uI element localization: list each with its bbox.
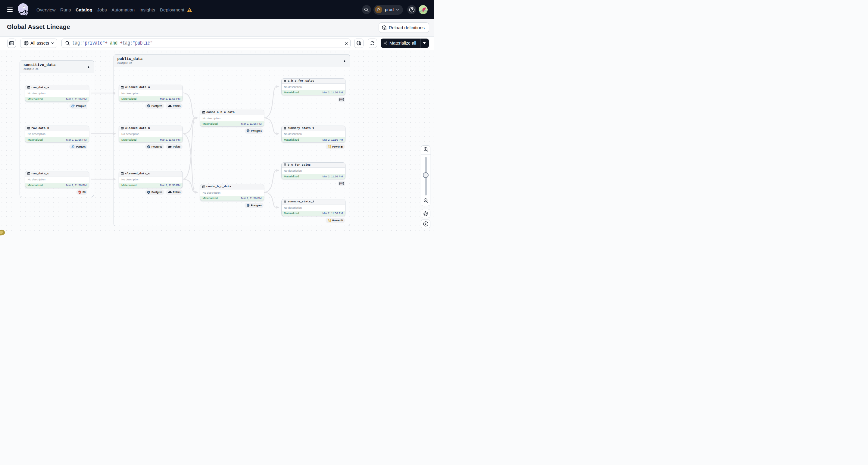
svg-text:csv: csv (340, 183, 343, 185)
svg-text:csv: csv (340, 99, 343, 101)
